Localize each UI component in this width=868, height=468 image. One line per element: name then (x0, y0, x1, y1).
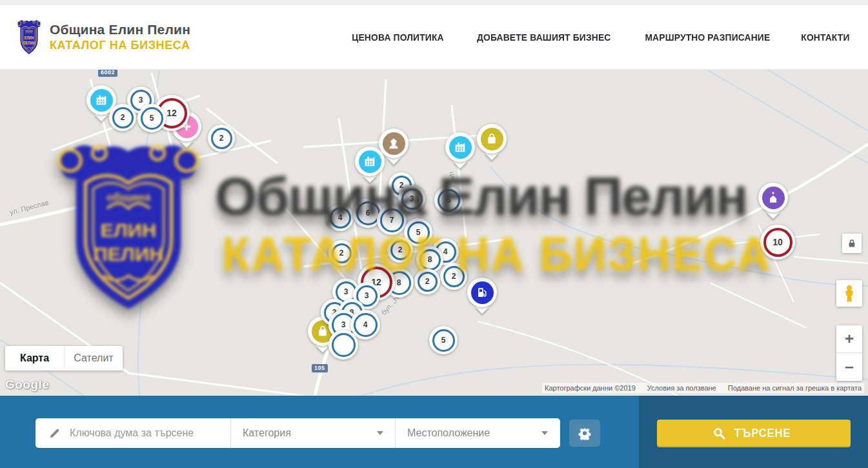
map-pin-bag[interactable] (477, 124, 507, 154)
keyword-input[interactable] (70, 427, 221, 439)
map-cluster-marker[interactable]: 3 (398, 185, 425, 212)
search-bar: Категория Местоположение ТЪРСЕНЕ (0, 396, 868, 468)
map-canvas[interactable]: ул. Преславбул. „Новоселци" 6002105 3212… (0, 70, 868, 396)
report-error-link[interactable]: Подаване на сигнал за грешка в картата (728, 384, 862, 392)
chevron-down-icon (541, 431, 548, 435)
search-form: Категория Местоположение (35, 418, 560, 448)
browser-top-strip (0, 0, 868, 5)
lock-scroll-button[interactable] (842, 234, 862, 253)
map-cluster-marker[interactable]: 5 (137, 104, 166, 132)
site-subtitle: КАТАЛОГ НА БИЗНЕСА (50, 39, 190, 52)
location-select[interactable]: Местоположение (395, 418, 560, 448)
map-cluster-marker[interactable]: 5 (429, 326, 458, 354)
pencil-icon (48, 427, 61, 440)
road-number-badge: 105 (312, 364, 328, 372)
nav-item-bus-schedule[interactable]: МАРШРУТНО РАЗПИСАНИЕ (645, 32, 771, 43)
gear-icon (578, 426, 592, 440)
keyword-field[interactable] (35, 418, 230, 448)
advanced-search-button[interactable] (569, 420, 600, 447)
chevron-down-icon (377, 431, 383, 435)
search-button[interactable]: ТЪРСЕНЕ (657, 420, 851, 447)
search-bar-left-panel: Категория Местоположение (0, 396, 639, 468)
map-cluster-marker[interactable]: 2 (440, 263, 467, 290)
main-nav: ЦЕНОВА ПОЛИТИКА ДОБАВЕТЕ ВАШИЯТ БИЗНЕС М… (348, 32, 852, 43)
map-cluster-marker[interactable]: 2 (387, 237, 413, 263)
lock-icon (847, 239, 856, 248)
site-logo[interactable]: Община Елин Пелин КАТАЛОГ НА БИЗНЕСА (16, 19, 190, 56)
nav-item-pricing[interactable]: ЦЕНОВА ПОЛИТИКА (352, 32, 443, 43)
map-cluster-marker[interactable]: 2 (414, 269, 440, 294)
category-select[interactable]: Категория (230, 418, 395, 448)
google-logo: Google (5, 378, 49, 392)
zoom-out-button[interactable]: − (836, 353, 862, 381)
search-icon (713, 427, 725, 440)
map-cluster-marker[interactable]: 2 (109, 104, 136, 131)
map-cluster-marker[interactable]: 10 (760, 225, 795, 259)
map-pin-factory[interactable] (445, 132, 475, 162)
zoom-control: + − (836, 325, 862, 381)
pegman-street-view-button[interactable] (836, 280, 862, 307)
municipality-crest-logo (16, 19, 42, 56)
map-attribution: Картографски данни ©2019 Условия за полз… (542, 383, 864, 393)
site-header: Община Елин Пелин КАТАЛОГ НА БИЗНЕСА ЦЕН… (0, 5, 868, 70)
map-type-map-button[interactable]: Карта (5, 346, 64, 371)
map-cluster-marker[interactable]: 2 (208, 125, 235, 152)
pegman-icon (842, 285, 856, 303)
map-pin-church[interactable] (758, 183, 788, 212)
terms-link[interactable]: Условия за ползване (647, 384, 716, 392)
category-select-label: Категория (243, 427, 291, 439)
map-type-control: Карта Сателит (5, 346, 123, 371)
map-pin-factory[interactable] (355, 147, 385, 176)
nav-item-add-business[interactable]: ДОБАВЕТЕ ВАШИЯТ БИЗНЕС (477, 32, 611, 43)
nav-item-contacts[interactable]: КОНТАКТИ (801, 32, 849, 43)
search-bar-right-panel: ТЪРСЕНЕ (639, 396, 868, 468)
map-cluster-marker[interactable]: 7 (377, 205, 407, 235)
search-button-label: ТЪРСЕНЕ (734, 427, 791, 440)
map-cluster-marker[interactable]: 4 (327, 204, 354, 231)
map-cluster-marker[interactable]: 5 (434, 186, 463, 214)
map-copyright: Картографски данни ©2019 (545, 384, 636, 392)
map-cluster-marker[interactable] (328, 330, 358, 360)
road-number-badge: 6002 (98, 70, 117, 77)
site-title: Община Елин Пелин (50, 22, 190, 37)
location-select-label: Местоположение (407, 427, 490, 439)
map-type-satellite-button[interactable]: Сателит (64, 346, 123, 371)
map-pin-fuel[interactable] (467, 278, 497, 307)
map-cluster-marker[interactable]: 2 (328, 240, 354, 266)
zoom-in-button[interactable]: + (836, 325, 862, 353)
